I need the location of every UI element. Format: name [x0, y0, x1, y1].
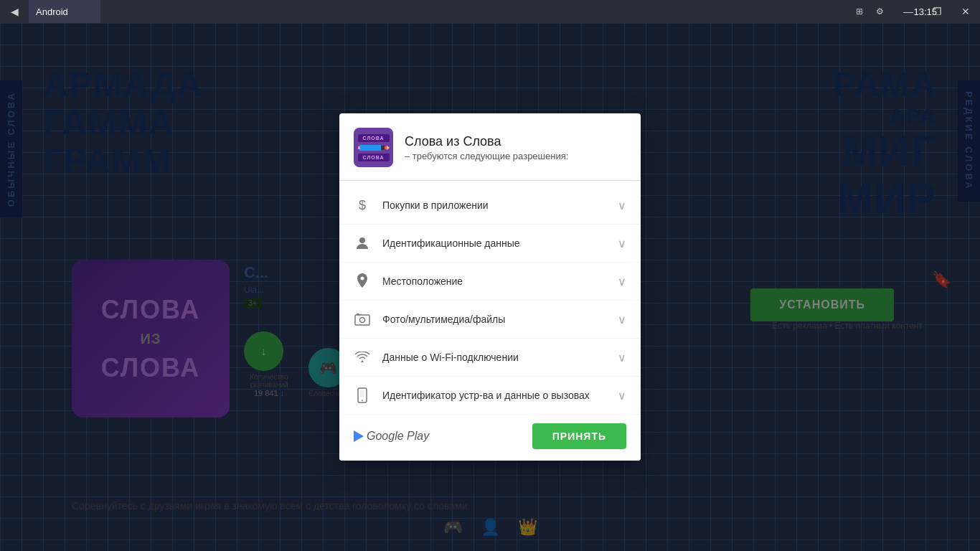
window-controls: — ❐ ✕	[894, 0, 980, 23]
photo-icon	[354, 311, 371, 328]
svg-point-8	[360, 318, 365, 323]
titlebar: ◀ Android ⊞ ⚙ 13:15 — ❐ ✕	[0, 0, 980, 23]
window-title: Android	[29, 0, 100, 23]
location-icon	[354, 273, 371, 290]
dialog-app-icon: СЛОВА СЛОВА	[354, 128, 393, 167]
perm-text-wifi: Данные о Wi-Fi-подключении	[382, 352, 612, 363]
main-content: Обычные слова Редкие слова армада гамма …	[0, 23, 980, 551]
maximize-button[interactable]: ❐	[923, 0, 951, 23]
chevron-location-icon: ∨	[618, 275, 626, 288]
person-icon	[354, 235, 371, 252]
google-play-text: Google Play	[367, 430, 429, 443]
dialog-subtitle: – требуются следующие разрешения:	[405, 151, 626, 161]
svg-rect-2	[385, 146, 387, 149]
permissions-dialog: СЛОВА СЛОВА Слова из Слова – требуются с…	[339, 113, 641, 461]
dialog-icon-text-bottom: СЛОВА	[358, 154, 390, 161]
perm-text-location: Местоположение	[382, 276, 612, 287]
perm-text-media: Фото/мультимедиа/файлы	[382, 314, 612, 325]
dialog-icon-text-top: СЛОВА	[358, 134, 390, 142]
chevron-device-icon: ∨	[618, 389, 626, 402]
back-button[interactable]: ◀	[0, 0, 29, 23]
dollar-icon: $	[354, 197, 371, 214]
permission-media[interactable]: Фото/мультимедиа/файлы ∨	[339, 301, 641, 339]
perm-text-identity: Идентификационные данные	[382, 237, 612, 249]
dialog-header: СЛОВА СЛОВА Слова из Слова – требуются с…	[339, 113, 641, 174]
dialog-icon-pencil	[358, 143, 390, 152]
accept-button[interactable]: ПРИНЯТЬ	[532, 423, 626, 449]
grid-icon[interactable]: ⊞	[852, 4, 867, 19]
permission-purchases[interactable]: $ Покупки в приложении ∨	[339, 187, 641, 225]
permission-wifi[interactable]: Данные о Wi-Fi-подключении ∨	[339, 339, 641, 377]
titlebar-icons: ⊞ ⚙	[852, 4, 887, 19]
dialog-app-name: Слова из Слова	[405, 134, 626, 149]
perm-text-purchases: Покупки в приложении	[382, 199, 612, 211]
perm-text-device: Идентификатор устр-ва и данные о вызовах	[382, 389, 612, 402]
dialog-title-area: Слова из Слова – требуются следующие раз…	[405, 134, 626, 161]
chevron-media-icon: ∨	[618, 313, 626, 326]
dialog-footer: Google Play ПРИНЯТЬ	[339, 415, 641, 461]
permission-identity[interactable]: Идентификационные данные ∨	[339, 225, 641, 263]
svg-rect-7	[357, 314, 359, 315]
device-icon	[354, 387, 371, 404]
svg-point-10	[362, 400, 363, 401]
play-triangle-icon	[354, 430, 364, 442]
svg-rect-0	[359, 145, 381, 151]
dialog-divider-top	[339, 180, 641, 181]
svg-rect-11	[360, 390, 364, 397]
permission-location[interactable]: Местоположение ∨	[339, 263, 641, 301]
chevron-wifi-icon: ∨	[618, 351, 626, 364]
settings-icon[interactable]: ⚙	[872, 4, 887, 19]
svg-rect-4	[358, 146, 360, 149]
close-button[interactable]: ✕	[951, 0, 980, 23]
permission-device[interactable]: Идентификатор устр-ва и данные о вызовах…	[339, 377, 641, 415]
svg-point-5	[359, 237, 365, 243]
minimize-button[interactable]: —	[894, 0, 923, 23]
wifi-icon	[354, 349, 371, 366]
chevron-purchases-icon: ∨	[618, 199, 626, 212]
google-play-logo: Google Play	[354, 430, 429, 443]
svg-rect-1	[381, 146, 385, 150]
svg-marker-3	[387, 146, 390, 150]
chevron-identity-icon: ∨	[618, 237, 626, 250]
svg-rect-6	[355, 315, 369, 325]
